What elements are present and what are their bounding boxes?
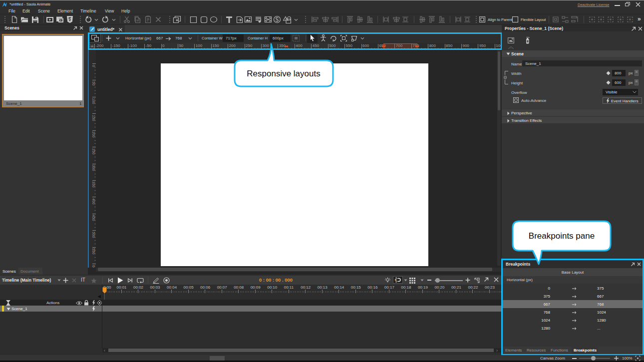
svg-text:Breakpoints pane: Breakpoints pane: [529, 231, 595, 241]
svg-text:Responsive layouts: Responsive layouts: [247, 69, 320, 78]
